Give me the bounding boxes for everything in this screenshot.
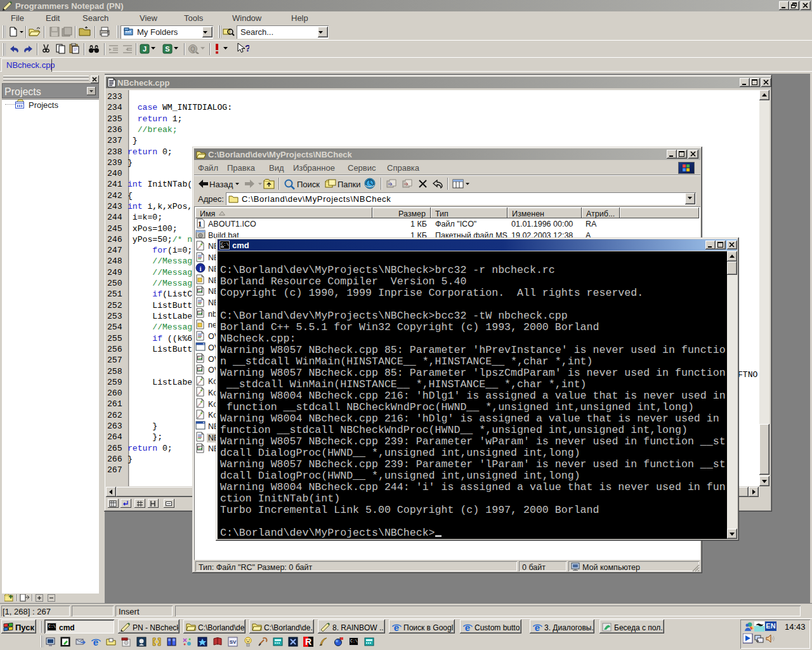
svg-text:C:\: C:\ bbox=[48, 625, 56, 629]
svg-text:1: 1 bbox=[198, 219, 202, 229]
svg-text:S: S bbox=[165, 45, 169, 53]
svg-text:Q: Q bbox=[190, 46, 195, 53]
svg-text:?: ? bbox=[245, 43, 249, 53]
svg-text:C:\: C:\ bbox=[221, 242, 229, 247]
svg-text:e: e bbox=[465, 622, 470, 632]
svg-text:SV: SV bbox=[230, 639, 237, 645]
svg-text:J: J bbox=[143, 45, 147, 53]
svg-text:i: i bbox=[199, 265, 201, 272]
svg-text:e: e bbox=[535, 622, 540, 632]
svg-text:e: e bbox=[93, 637, 98, 647]
svg-text:C:\: C:\ bbox=[350, 639, 358, 644]
svg-text:R: R bbox=[305, 637, 311, 647]
svg-text:e: e bbox=[394, 622, 399, 632]
